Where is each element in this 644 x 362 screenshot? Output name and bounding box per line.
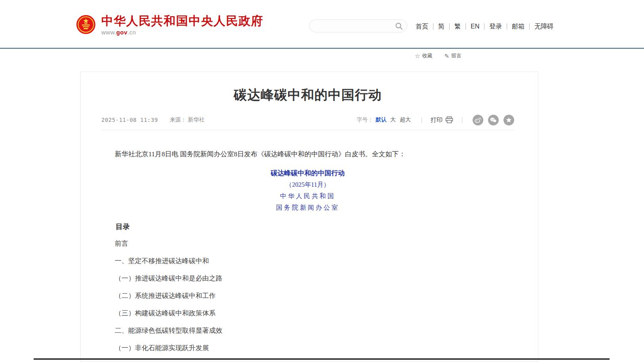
print-label: 打印 — [431, 116, 443, 124]
nav-accessibility[interactable]: 无障碍 — [529, 23, 558, 30]
article-meta: 2025-11-08 11:39 来源： 新华社 字号： 默认 大 超大 打印 — [101, 116, 514, 124]
divider — [422, 117, 422, 123]
nav-traditional[interactable]: 繁 — [449, 23, 465, 30]
favorite-label: 收藏 — [422, 52, 432, 59]
document-date: （2025年11月） — [101, 180, 514, 190]
meta-divider — [101, 130, 514, 130]
divider — [462, 117, 462, 123]
lead-paragraph: 新华社北京11月8日电 国务院新闻办公室8日发布《碳达峰碳中和的中国行动》白皮书… — [101, 149, 514, 159]
toc-item-1: 一、坚定不移推进碳达峰碳中和 — [101, 256, 514, 266]
nav-english[interactable]: EN — [465, 23, 484, 30]
search-box[interactable] — [309, 19, 407, 32]
toc-item-2: 二、能源绿色低碳转型取得显著成效 — [101, 326, 514, 336]
font-size-default-button[interactable]: 默认 — [376, 116, 387, 123]
toc-item-preface: 前言 — [101, 239, 514, 249]
share-star-button[interactable] — [503, 115, 514, 125]
toc-item-2-1: （一）非化石能源实现跃升发展 — [101, 343, 514, 353]
search-input[interactable] — [316, 23, 395, 30]
site-url: www.gov.cn — [101, 29, 264, 36]
toc-item-1-3: （三）构建碳达峰碳中和政策体系 — [101, 308, 514, 318]
source-label: 来源： — [170, 116, 186, 123]
toc-item-1-1: （一）推进碳达峰碳中和是必由之路 — [101, 273, 514, 284]
page: 中华人民共和国中央人民政府 www.gov.cn 首页 简 繁 EN 登录 邮箱… — [0, 0, 644, 362]
site-title-block: 中华人民共和国中央人民政府 www.gov.cn — [101, 14, 264, 36]
share-weibo-button[interactable] — [473, 115, 483, 125]
site-url-www: www. — [101, 29, 116, 36]
source: 来源： 新华社 — [170, 116, 205, 123]
site-logo[interactable]: 中华人民共和国中央人民政府 www.gov.cn — [76, 14, 264, 36]
search-icon[interactable] — [395, 22, 403, 30]
weibo-icon — [475, 117, 481, 123]
share-wechat-button[interactable] — [488, 115, 499, 125]
share-icons — [473, 115, 514, 125]
nav-simplified[interactable]: 简 — [433, 23, 449, 30]
favorite-button[interactable]: ☆ 收藏 — [415, 52, 432, 59]
toc-item-1-2: （二）系统推进碳达峰碳中和工作 — [101, 291, 514, 301]
site-url-gov: gov — [116, 29, 127, 36]
nav-mail[interactable]: 邮箱 — [507, 23, 529, 30]
top-nav: 首页 简 繁 EN 登录 邮箱 无障碍 — [411, 22, 558, 31]
nav-home[interactable]: 首页 — [411, 23, 433, 30]
site-header: 中华人民共和国中央人民政府 www.gov.cn 首页 简 繁 EN 登录 邮箱… — [0, 0, 644, 49]
article-body: 新华社北京11月8日电 国务院新闻办公室8日发布《碳达峰碳中和的中国行动》白皮书… — [101, 149, 514, 353]
wechat-icon — [490, 117, 497, 123]
comment-label: 留言 — [451, 52, 462, 59]
article-actions: ☆ 收藏 ✎ 留言 — [415, 52, 462, 59]
article-container: 碳达峰碳中和的中国行动 2025-11-08 11:39 来源： 新华社 字号：… — [80, 72, 538, 362]
star-icon — [506, 117, 512, 123]
site-url-cn: .cn — [127, 29, 136, 36]
printer-icon — [445, 116, 453, 123]
document-author-line2: 国务院新闻办公室 — [101, 203, 514, 213]
page-title: 碳达峰碳中和的中国行动 — [101, 86, 514, 104]
window-bottom-edge — [34, 358, 610, 360]
document-title: 碳达峰碳中和的中国行动 — [101, 168, 514, 178]
font-size-xlarge-button[interactable]: 超大 — [400, 116, 411, 123]
star-outline-icon: ☆ — [415, 53, 420, 59]
publish-date: 2025-11-08 11:39 — [101, 117, 158, 123]
meta-right: 字号： 默认 大 超大 打印 — [357, 115, 514, 125]
meta-left: 2025-11-08 11:39 来源： 新华社 — [101, 116, 205, 123]
print-button[interactable]: 打印 — [431, 116, 453, 124]
font-size-label: 字号： — [357, 116, 373, 123]
nav-login[interactable]: 登录 — [484, 23, 507, 30]
national-emblem-icon — [76, 14, 96, 36]
source-value[interactable]: 新华社 — [188, 116, 205, 123]
comment-button[interactable]: ✎ 留言 — [444, 52, 462, 59]
document-author-line1: 中华人民共和国 — [101, 191, 514, 201]
pencil-icon: ✎ — [444, 53, 449, 59]
font-size-large-button[interactable]: 大 — [390, 116, 396, 123]
site-title: 中华人民共和国中央人民政府 — [101, 14, 264, 28]
toc-title: 目录 — [101, 222, 514, 232]
